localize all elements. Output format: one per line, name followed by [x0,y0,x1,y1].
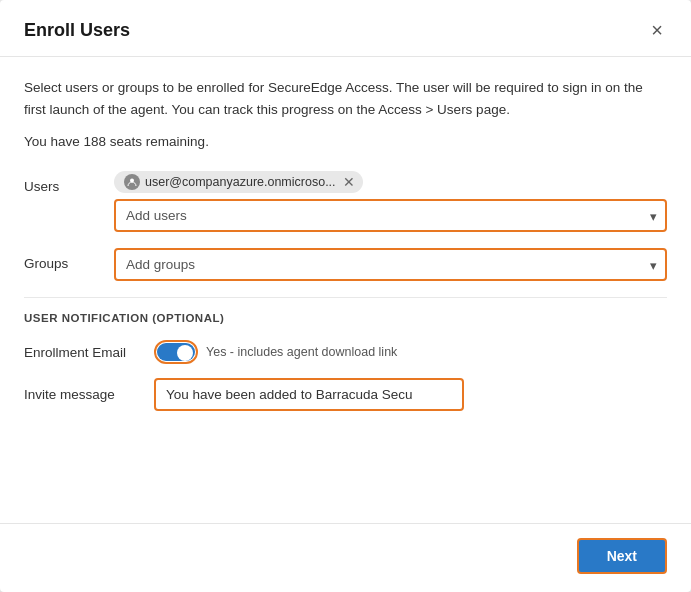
description-text: Select users or groups to be enrolled fo… [24,77,667,120]
invite-message-label: Invite message [24,387,154,402]
dialog-header: Enroll Users × [0,0,691,57]
users-field: user@companyazure.onmicroso... ✕ Add use… [114,171,667,232]
user-tag-text: user@companyazure.onmicroso... [145,175,336,189]
tags-container: user@companyazure.onmicroso... ✕ [114,171,667,193]
toggle-track [157,343,195,361]
enrollment-email-row: Enrollment Email Yes - includes agent do… [24,340,667,364]
users-label: Users [24,171,114,194]
groups-row: Groups Add groups [24,248,667,281]
toggle-thumb [177,345,193,361]
user-tag: user@companyazure.onmicroso... ✕ [114,171,363,193]
groups-field: Add groups [114,248,667,281]
add-users-wrapper: Add users [114,199,667,232]
add-groups-select[interactable]: Add groups [114,248,667,281]
enroll-users-dialog: Enroll Users × Select users or groups to… [0,0,691,592]
dialog-title: Enroll Users [24,20,130,41]
enrollment-email-label: Enrollment Email [24,345,154,360]
next-button[interactable]: Next [577,538,667,574]
enrollment-email-toggle[interactable] [154,340,198,364]
dialog-footer: Next [0,523,691,592]
toggle-label: Yes - includes agent download link [206,345,397,359]
add-groups-wrapper: Add groups [114,248,667,281]
close-button[interactable]: × [647,18,667,42]
toggle-container: Yes - includes agent download link [154,340,397,364]
user-tag-icon [124,174,140,190]
divider [24,297,667,298]
seats-info: You have 188 seats remaining. [24,134,667,149]
invite-message-input[interactable] [154,378,464,411]
user-tag-remove-button[interactable]: ✕ [341,175,355,189]
notification-section-label: USER NOTIFICATION (OPTIONAL) [24,312,667,324]
groups-label: Groups [24,248,114,271]
add-users-select[interactable]: Add users [114,199,667,232]
dialog-body: Select users or groups to be enrolled fo… [0,57,691,513]
invite-message-row: Invite message [24,378,667,411]
users-row: Users user@companyazure.onmicroso... ✕ [24,171,667,232]
